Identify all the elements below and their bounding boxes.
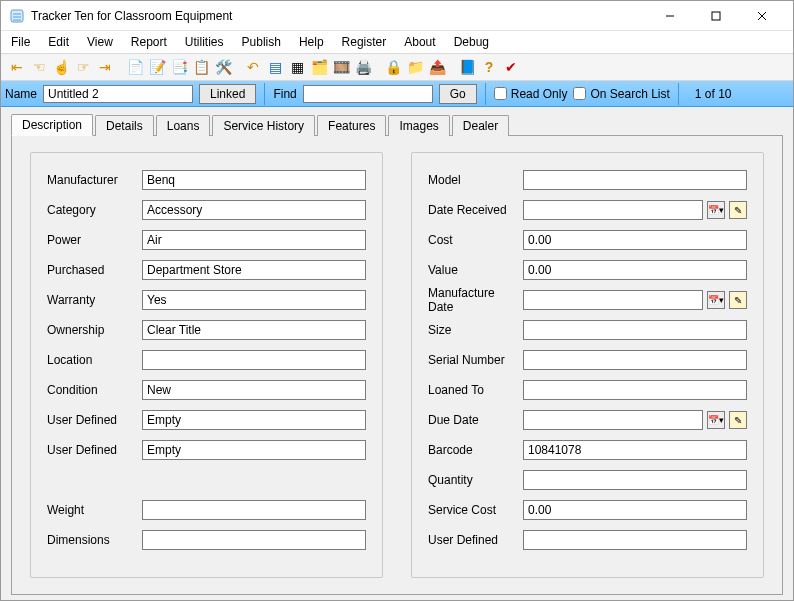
export-icon[interactable]: 📤	[427, 56, 447, 78]
on-search-check-input[interactable]	[573, 87, 586, 100]
menubar: File Edit View Report Utilities Publish …	[1, 31, 793, 53]
input-due-date[interactable]	[523, 410, 703, 430]
report-icon[interactable]: 📘	[457, 56, 477, 78]
form-left-column: Manufacturer Category Power Purchased Wa…	[30, 152, 383, 578]
menu-file[interactable]: File	[11, 35, 30, 49]
input-location[interactable]	[142, 350, 366, 370]
label-model: Model	[428, 173, 523, 187]
go-button[interactable]: Go	[439, 84, 477, 104]
next-record-icon[interactable]: ☞	[73, 56, 93, 78]
input-dimensions[interactable]	[142, 530, 366, 550]
input-value[interactable]	[523, 260, 747, 280]
input-manufacture-date[interactable]	[523, 290, 703, 310]
input-category[interactable]	[142, 200, 366, 220]
tab-features[interactable]: Features	[317, 115, 386, 136]
edit-icon[interactable]: 📝	[147, 56, 167, 78]
last-record-icon[interactable]: ⇥	[95, 56, 115, 78]
input-ownership[interactable]	[142, 320, 366, 340]
menu-utilities[interactable]: Utilities	[185, 35, 224, 49]
copy-icon[interactable]: 📑	[169, 56, 189, 78]
menu-publish[interactable]: Publish	[242, 35, 281, 49]
input-size[interactable]	[523, 320, 747, 340]
label-date-received: Date Received	[428, 203, 523, 217]
label-size: Size	[428, 323, 523, 337]
check-icon[interactable]: ✔	[501, 56, 521, 78]
lock-icon[interactable]: 🔒	[383, 56, 403, 78]
prev-record-icon[interactable]: ☜	[29, 56, 49, 78]
print-icon[interactable]: 🖨️	[353, 56, 373, 78]
label-value: Value	[428, 263, 523, 277]
input-user-defined-r[interactable]	[523, 530, 747, 550]
due-date-picker-icon[interactable]: 📅▾	[707, 411, 725, 429]
name-input[interactable]	[43, 85, 193, 103]
label-service-cost: Service Cost	[428, 503, 523, 517]
menu-view[interactable]: View	[87, 35, 113, 49]
close-button[interactable]	[739, 1, 785, 31]
linked-button[interactable]: Linked	[199, 84, 256, 104]
input-user-defined-2[interactable]	[142, 440, 366, 460]
tab-dealer[interactable]: Dealer	[452, 115, 509, 136]
label-power: Power	[47, 233, 142, 247]
input-manufacturer[interactable]	[142, 170, 366, 190]
label-manufacture-date: Manufacture Date	[428, 286, 523, 314]
find-input[interactable]	[303, 85, 433, 103]
paste-icon[interactable]: 📋	[191, 56, 211, 78]
label-category: Category	[47, 203, 142, 217]
on-search-label: On Search List	[590, 87, 669, 101]
tab-service-history[interactable]: Service History	[212, 115, 315, 136]
folder-icon[interactable]: 📁	[405, 56, 425, 78]
readonly-label: Read Only	[511, 87, 568, 101]
input-date-received[interactable]	[523, 200, 703, 220]
menu-debug[interactable]: Debug	[454, 35, 489, 49]
grid-icon[interactable]: ▦	[287, 56, 307, 78]
input-cost[interactable]	[523, 230, 747, 250]
input-warranty[interactable]	[142, 290, 366, 310]
new-icon[interactable]: 📄	[125, 56, 145, 78]
readonly-checkbox[interactable]: Read Only	[494, 87, 568, 101]
titlebar: Tracker Ten for Classroom Equipment	[1, 1, 793, 31]
readonly-check-input[interactable]	[494, 87, 507, 100]
tab-images[interactable]: Images	[388, 115, 449, 136]
minimize-button[interactable]	[647, 1, 693, 31]
film-icon[interactable]: 🎞️	[331, 56, 351, 78]
manufacture-date-picker-icon[interactable]: 📅▾	[707, 291, 725, 309]
input-purchased[interactable]	[142, 260, 366, 280]
tab-page-description: Manufacturer Category Power Purchased Wa…	[11, 135, 783, 595]
menu-report[interactable]: Report	[131, 35, 167, 49]
first-record-icon[interactable]: ⇤	[7, 56, 27, 78]
on-search-list-checkbox[interactable]: On Search List	[573, 87, 669, 101]
undo-icon[interactable]: ↶	[243, 56, 263, 78]
menu-help[interactable]: Help	[299, 35, 324, 49]
label-quantity: Quantity	[428, 473, 523, 487]
table-icon[interactable]: 🗂️	[309, 56, 329, 78]
label-serial-number: Serial Number	[428, 353, 523, 367]
menu-edit[interactable]: Edit	[48, 35, 69, 49]
date-received-clear-icon[interactable]: ✎	[729, 201, 747, 219]
tools-icon[interactable]: 🛠️	[213, 56, 233, 78]
menu-register[interactable]: Register	[342, 35, 387, 49]
input-weight[interactable]	[142, 500, 366, 520]
manufacture-date-clear-icon[interactable]: ✎	[729, 291, 747, 309]
input-user-defined-1[interactable]	[142, 410, 366, 430]
input-barcode[interactable]	[523, 440, 747, 460]
input-loaned-to[interactable]	[523, 380, 747, 400]
maximize-button[interactable]	[693, 1, 739, 31]
menu-about[interactable]: About	[404, 35, 435, 49]
date-received-picker-icon[interactable]: 📅▾	[707, 201, 725, 219]
svg-rect-5	[712, 12, 720, 20]
input-condition[interactable]	[142, 380, 366, 400]
input-quantity[interactable]	[523, 470, 747, 490]
up-icon[interactable]: ☝	[51, 56, 71, 78]
input-model[interactable]	[523, 170, 747, 190]
input-serial-number[interactable]	[523, 350, 747, 370]
due-date-clear-icon[interactable]: ✎	[729, 411, 747, 429]
tab-description[interactable]: Description	[11, 114, 93, 136]
label-manufacturer: Manufacturer	[47, 173, 142, 187]
input-power[interactable]	[142, 230, 366, 250]
input-service-cost[interactable]	[523, 500, 747, 520]
list-icon[interactable]: ▤	[265, 56, 285, 78]
label-loaned-to: Loaned To	[428, 383, 523, 397]
help-icon[interactable]: ?	[479, 56, 499, 78]
tab-loans[interactable]: Loans	[156, 115, 211, 136]
tab-details[interactable]: Details	[95, 115, 154, 136]
